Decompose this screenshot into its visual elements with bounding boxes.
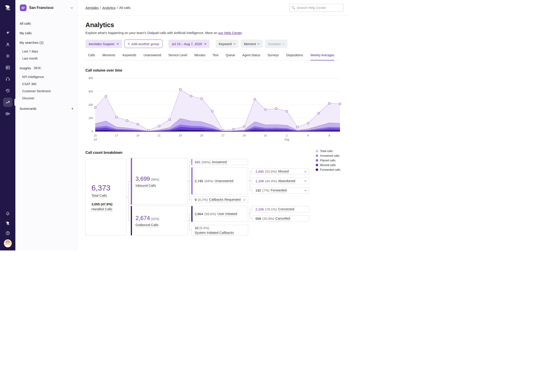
beta-badge: BETA: [33, 66, 42, 70]
search-input[interactable]: [297, 6, 341, 10]
connected-label[interactable]: Connected: [278, 207, 294, 211]
user-avatar[interactable]: [4, 239, 12, 247]
tab-unanswered[interactable]: Unanswered: [143, 53, 161, 60]
cancelled-label[interactable]: Cancelled: [275, 216, 290, 221]
forwarded-label[interactable]: Forwarded: [271, 188, 287, 192]
sidebar-item-last-month[interactable]: Last month: [22, 55, 74, 62]
user-initiated-label[interactable]: User Initiated: [217, 212, 237, 216]
legend-dot: [316, 150, 318, 152]
handled-calls-label[interactable]: Handled Calls: [91, 207, 112, 211]
tab-dispositions[interactable]: Dispositions: [286, 53, 303, 60]
missed-box[interactable]: 1,445(52.6%)Missed: [252, 168, 309, 175]
tab-minutes[interactable]: Minutes: [195, 53, 205, 60]
sidebar-item-scorecards[interactable]: Scorecards: [20, 107, 37, 110]
gear-icon[interactable]: [0, 50, 15, 62]
sidebar-item-insights[interactable]: InsightsBETA: [20, 63, 74, 73]
svg-text:Aug: Aug: [284, 138, 289, 141]
callbacks-percent: (0.2%): [198, 198, 208, 202]
sidebar-item-last-7-days[interactable]: Last 7 days: [22, 48, 74, 55]
svg-text:25: 25: [200, 134, 203, 137]
tab-queue[interactable]: Queue: [226, 53, 235, 60]
tab-keywords[interactable]: Keywords: [123, 53, 136, 60]
total-calls-label[interactable]: Total Calls: [91, 194, 107, 198]
tab-weekly-averages[interactable]: Weekly Averages: [310, 53, 334, 60]
help-icon[interactable]: [0, 228, 15, 238]
connected-value: 2,106: [255, 207, 264, 211]
chevron-down-icon[interactable]: [304, 189, 307, 191]
breadcrumb-current: All calls: [119, 6, 131, 10]
sidebar-item-my-searches[interactable]: My searches (2): [20, 38, 74, 47]
total-calls-box: 6,373 Total Calls 3,055 (47.9%) Handled …: [85, 159, 126, 235]
outbound-label[interactable]: Outbound Calls: [136, 223, 158, 227]
svg-text:600: 600: [89, 90, 93, 93]
system-initiated-callbacks-box: 10 (0.4%) System Initiated Callbacks: [191, 225, 248, 235]
chart-title: Call volume over time: [85, 69, 341, 72]
sidebar-item-discover[interactable]: Discover: [22, 95, 74, 102]
chevron-down-icon: [283, 42, 285, 44]
missed-percent: (52.6%): [265, 170, 277, 173]
analytics-trend-icon[interactable]: [0, 96, 15, 108]
unanswered-label[interactable]: Unanswered: [215, 179, 233, 183]
svg-text:17: 17: [115, 134, 118, 137]
analytics-tabs: Calls Moments Keywords Unanswered Servic…: [85, 53, 341, 60]
history-icon[interactable]: [0, 85, 15, 96]
tab-moments[interactable]: Moments: [102, 53, 115, 60]
dialpad-logo[interactable]: [4, 4, 12, 12]
duration-filter-dropdown[interactable]: Duration: [265, 39, 287, 48]
answered-label[interactable]: Answered: [212, 160, 227, 164]
keyword-filter-dropdown[interactable]: Keyword: [216, 39, 238, 48]
headset-icon[interactable]: [0, 73, 15, 85]
contacts-icon[interactable]: [0, 62, 15, 73]
video-settings-icon[interactable]: [0, 108, 15, 120]
tab-calls[interactable]: Calls: [88, 53, 95, 60]
chevron-down-icon: [233, 42, 236, 44]
dialpad-mark-icon[interactable]: [0, 218, 15, 228]
system-callbacks-label[interactable]: System Initiated Callbacks: [195, 231, 234, 235]
forwarded-box[interactable]: 192(7%)Forwarded: [252, 187, 309, 194]
sidebar-item-csat-360[interactable]: CSAT 360: [22, 81, 74, 88]
workspace-badge: SF: [20, 4, 26, 11]
callbacks-requested-box[interactable]: 9(0.2%)Callbacks Requested: [191, 196, 248, 203]
chevron-down-icon: [258, 42, 260, 44]
group-filter-chip[interactable]: Aerolabs Support×: [85, 39, 122, 48]
workspace-switcher[interactable]: SF San Francisco: [15, 0, 77, 16]
add-scorecard-button[interactable]: +: [71, 107, 74, 110]
inbound-label[interactable]: Inbound Calls: [136, 183, 156, 188]
page-subtitle: Explore what’s happening on your team’s …: [85, 31, 341, 35]
date-range-chip[interactable]: Jul 15 – Aug 7, 2020×: [169, 39, 210, 48]
remove-date-filter-icon[interactable]: ×: [204, 42, 207, 46]
ai-sparkle-icon[interactable]: [0, 27, 15, 39]
tab-agent-status[interactable]: Agent Status: [242, 53, 260, 60]
callbacks-label[interactable]: Callbacks Requested: [209, 197, 241, 202]
remove-group-filter-icon[interactable]: ×: [117, 42, 119, 46]
plus-icon: +: [128, 42, 130, 46]
tab-text[interactable]: Text: [213, 53, 219, 60]
subtitle-period: .: [242, 31, 242, 35]
inbound-calls-box: 3,699(58%) Inbound Calls: [131, 158, 188, 205]
person-icon[interactable]: [0, 39, 15, 50]
abandoned-label[interactable]: Abandoned: [278, 179, 295, 183]
sidebar-item-kpi-intelligence[interactable]: KPI Intelligence: [22, 73, 74, 81]
system-callbacks-value: 10: [195, 226, 198, 230]
bell-icon[interactable]: [0, 209, 15, 218]
tab-surveys[interactable]: Surveys: [268, 53, 279, 60]
chevron-down-icon[interactable]: [304, 170, 307, 172]
sidebar-item-my-calls[interactable]: My calls: [20, 28, 74, 38]
sidebar-item-customer-sentiment[interactable]: Customer Sentiment: [22, 88, 74, 95]
unanswered-percent: (58%): [204, 179, 213, 183]
missed-label[interactable]: Missed: [278, 169, 289, 174]
abandoned-box[interactable]: 1,108(40.4%)Abandoned: [252, 177, 309, 184]
help-center-link[interactable]: our Help Center: [218, 31, 242, 35]
breadcrumb-analytics[interactable]: Analytics: [102, 6, 116, 10]
sidebar-item-all-calls[interactable]: All calls: [20, 19, 74, 28]
breadcrumb-aerolabs[interactable]: Aerolabs: [85, 6, 98, 10]
accent-bar: [131, 206, 132, 235]
chevron-down-icon[interactable]: [304, 180, 307, 182]
add-group-button[interactable]: +Add another group: [124, 39, 162, 48]
tab-service-level[interactable]: Service Level: [169, 53, 187, 60]
moment-filter-dropdown[interactable]: Moment: [241, 39, 263, 48]
svg-text:400: 400: [89, 103, 93, 107]
breadcrumb-separator: /: [100, 6, 101, 10]
chevron-down-icon[interactable]: [243, 198, 246, 200]
help-search[interactable]: [289, 4, 344, 12]
